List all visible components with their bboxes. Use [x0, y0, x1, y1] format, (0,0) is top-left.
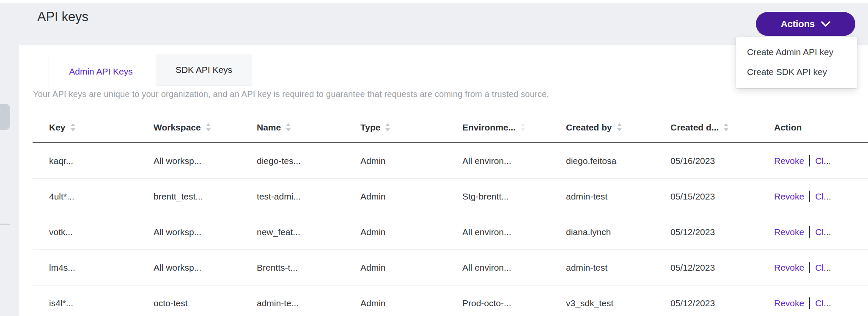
revoke-link[interactable]: Revoke: [774, 191, 804, 202]
cell-name: test-admi...: [240, 179, 344, 214]
column-label: Name: [257, 122, 281, 133]
tab-label: Admin API Keys: [69, 67, 133, 77]
column-label: Created by: [566, 122, 612, 133]
sort-up-down-icon[interactable]: [286, 123, 291, 131]
cell-environment: All environ...: [446, 214, 549, 249]
actions-dropdown-menu: Create Admin API key Create SDK API key: [736, 37, 857, 88]
cell-name: new_feat...: [240, 214, 344, 249]
action-divider: [809, 191, 810, 202]
column-header-workspace[interactable]: Workspace: [137, 112, 240, 142]
sort-up-down-icon[interactable]: [723, 123, 729, 131]
cell-created-date: 05/12/2023: [654, 250, 758, 285]
cell-action: Revoke Cl...: [758, 214, 868, 249]
column-label: Environme...: [462, 122, 516, 133]
actions-button[interactable]: Actions: [756, 12, 855, 36]
tab-label: SDK API Keys: [176, 65, 232, 75]
clone-link[interactable]: Cl: [815, 156, 824, 166]
column-label: Type: [360, 122, 380, 133]
cell-name: Brentts-t...: [240, 250, 344, 285]
left-rail-divider: [0, 224, 10, 225]
clone-ellipsis: ...: [824, 298, 831, 308]
table-row: kaqr... All worksp... diego-tes... Admin…: [33, 143, 868, 178]
column-label: Action: [774, 122, 802, 133]
cell-created-by: admin-test: [549, 250, 654, 285]
cell-created-date: 05/15/2023: [654, 179, 758, 214]
table-row: lm4s... All worksp... Brentts-t... Admin…: [33, 249, 868, 285]
menu-item-create-admin-api-key[interactable]: Create Admin API key: [736, 42, 857, 62]
action-divider: [809, 226, 810, 238]
clone-ellipsis: ...: [824, 227, 831, 237]
column-header-environment[interactable]: Environme...: [446, 112, 549, 142]
menu-item-create-sdk-api-key[interactable]: Create SDK API key: [736, 62, 857, 82]
cell-environment: All environ...: [446, 143, 549, 178]
cell-created-date: 05/12/2023: [654, 214, 758, 249]
cell-type: Admin: [344, 214, 446, 249]
revoke-link[interactable]: Revoke: [774, 156, 804, 166]
clone-link[interactable]: Cl: [815, 298, 824, 308]
cell-key: lm4s...: [33, 250, 137, 285]
cell-environment: Stg-brentt...: [446, 179, 549, 214]
cell-action: Revoke Cl...: [758, 143, 868, 178]
revoke-link[interactable]: Revoke: [774, 227, 804, 237]
tab-sdk-api-keys[interactable]: SDK API Keys: [156, 54, 252, 86]
cell-created-by: admin-test: [549, 179, 654, 214]
table-row: votk... All worksp... new_feat... Admin …: [33, 214, 868, 249]
cell-created-by: diana.lynch: [549, 214, 654, 249]
revoke-link[interactable]: Revoke: [774, 263, 804, 273]
actions-button-label: Actions: [781, 19, 815, 30]
action-divider: [809, 297, 810, 309]
sort-up-down-icon[interactable]: [520, 123, 526, 131]
cell-type: Admin: [344, 179, 446, 214]
left-scrollbar-thumb[interactable]: [0, 104, 10, 130]
cell-action: Revoke Cl...: [758, 286, 868, 316]
cell-environment: Prod-octo-...: [446, 286, 549, 316]
cell-name: admin-te...: [240, 286, 344, 316]
column-label: Key: [49, 122, 66, 133]
column-header-action: Action: [758, 112, 868, 142]
column-header-created-by[interactable]: Created by: [549, 112, 654, 142]
table-header-row: Key Workspace Name Type Environme... Cre…: [33, 112, 868, 143]
cell-type: Admin: [344, 286, 446, 316]
cell-workspace: All worksp...: [137, 250, 240, 285]
api-keys-description: Your API keys are unique to your organiz…: [33, 89, 549, 99]
column-header-name[interactable]: Name: [240, 112, 344, 142]
cell-workspace: octo-test: [137, 286, 240, 316]
chevron-down-icon: [821, 21, 830, 27]
table-row: is4l*... octo-test admin-te... Admin Pro…: [33, 285, 868, 316]
cell-key: kaqr...: [33, 143, 137, 178]
column-header-key[interactable]: Key: [33, 112, 137, 142]
cell-type: Admin: [344, 143, 446, 178]
clone-ellipsis: ...: [824, 156, 831, 166]
cell-workspace: brentt_test...: [137, 179, 240, 214]
revoke-link[interactable]: Revoke: [774, 298, 804, 308]
cell-created-date: 05/12/2023: [654, 286, 758, 316]
action-divider: [809, 155, 810, 166]
page-title: API keys: [37, 9, 88, 25]
cell-key: is4l*...: [33, 286, 137, 316]
table-row: 4ult*... brentt_test... test-admi... Adm…: [33, 178, 868, 214]
cell-created-by: v3_sdk_test: [549, 286, 654, 316]
clone-link[interactable]: Cl: [815, 191, 824, 202]
cell-workspace: All worksp...: [137, 214, 240, 249]
sort-up-down-icon[interactable]: [70, 123, 76, 131]
column-label: Workspace: [154, 122, 201, 133]
tab-admin-api-keys[interactable]: Admin API Keys: [49, 54, 153, 89]
cell-created-by: diego.feitosa: [549, 143, 654, 178]
column-header-type[interactable]: Type: [344, 112, 446, 142]
cell-environment: All environ...: [446, 250, 549, 285]
clone-link[interactable]: Cl: [815, 263, 824, 273]
top-edge: [0, 0, 868, 3]
cell-type: Admin: [344, 250, 446, 285]
tab-bar: Admin API Keys SDK API Keys: [49, 54, 252, 89]
column-header-created-date[interactable]: Created d...: [654, 112, 758, 142]
sort-up-down-icon[interactable]: [385, 123, 390, 131]
sort-up-down-icon[interactable]: [617, 123, 622, 131]
cell-action: Revoke Cl...: [758, 250, 868, 285]
sort-up-down-icon[interactable]: [206, 123, 211, 131]
clone-ellipsis: ...: [824, 191, 831, 202]
cell-name: diego-tes...: [240, 143, 344, 178]
column-label: Created d...: [670, 122, 719, 133]
clone-link[interactable]: Cl: [815, 227, 824, 237]
cell-action: Revoke Cl...: [758, 179, 868, 214]
api-keys-table: Key Workspace Name Type Environme... Cre…: [33, 112, 868, 316]
